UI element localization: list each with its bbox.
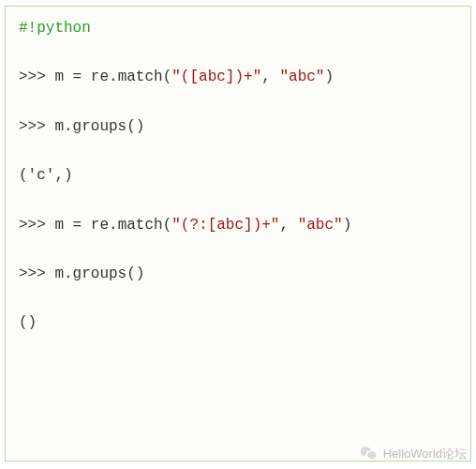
output-line: ('c',) <box>19 165 457 186</box>
code-token: re.match( <box>82 217 171 234</box>
code-token: "abc" <box>298 217 343 234</box>
code-token: m.groups() <box>54 118 144 135</box>
repl-prompt: >>> <box>19 68 54 85</box>
output-text: () <box>19 314 37 331</box>
code-token: "abc" <box>279 68 324 85</box>
code-token: = <box>73 68 82 85</box>
code-token: m.groups() <box>54 265 144 282</box>
wechat-label: HelloWorld论坛 <box>383 446 467 462</box>
input-line: >>> m = re.match("(?:[abc])+", "abc") <box>19 215 457 235</box>
code-token: , <box>261 68 279 85</box>
input-line: >>> m = re.match("([abc])+", "abc") <box>19 67 457 87</box>
code-token: ) <box>324 68 334 85</box>
code-token: ) <box>343 217 352 234</box>
input-line: >>> m.groups() <box>19 116 457 137</box>
output-text: ('c',) <box>19 167 73 184</box>
output-line: () <box>19 312 457 333</box>
code-lines-container: >>> m = re.match("([abc])+", "abc")>>> m… <box>19 67 457 333</box>
code-token: m <box>54 68 72 85</box>
wechat-icon <box>359 445 378 463</box>
code-token: = <box>73 217 82 234</box>
code-token: re.match( <box>82 68 171 85</box>
code-token: "(?:[abc])+" <box>171 217 279 234</box>
code-token: m <box>54 217 72 234</box>
input-line: >>> m.groups() <box>19 264 457 284</box>
code-token: "([abc])+" <box>171 68 261 85</box>
repl-prompt: >>> <box>19 118 54 135</box>
wechat-watermark: HelloWorld论坛 <box>359 445 467 463</box>
repl-prompt: >>> <box>19 217 54 234</box>
shebang-line: #!python <box>19 18 457 38</box>
shebang-text: #!python <box>19 20 91 37</box>
code-token: , <box>279 217 297 234</box>
code-block: #!python >>> m = re.match("([abc])+", "a… <box>5 6 471 461</box>
repl-prompt: >>> <box>19 265 54 282</box>
